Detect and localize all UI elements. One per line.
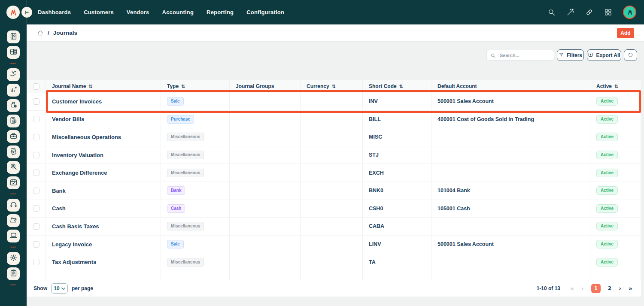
active-cell: Active bbox=[590, 182, 641, 200]
sidebar-accounting-kanban-button[interactable] bbox=[7, 46, 20, 59]
sidebar-clipboard-calculator-button[interactable] bbox=[7, 115, 20, 127]
sort-icon[interactable]: ⇅ bbox=[88, 84, 92, 89]
magic-wand-icon[interactable] bbox=[566, 8, 574, 16]
prev-page-button[interactable]: ‹ bbox=[581, 285, 584, 292]
sidebar-divider-dots: ••• bbox=[10, 245, 16, 251]
page-size-select[interactable]: 10 bbox=[51, 283, 68, 294]
search-icon bbox=[490, 52, 496, 58]
nav-dashboards[interactable]: Dashboards bbox=[38, 9, 71, 15]
headset-icon bbox=[9, 200, 18, 210]
journal-name-cell: Inventory Valuation bbox=[46, 146, 161, 164]
sidebar-folder-edit-button[interactable] bbox=[7, 214, 20, 227]
row-checkbox[interactable] bbox=[33, 241, 39, 248]
column-header-short-code[interactable]: Short Code⇅ bbox=[363, 80, 431, 93]
row-checkbox[interactable] bbox=[33, 223, 39, 230]
search-box bbox=[486, 50, 554, 61]
column-header-currency[interactable]: Currency⇅ bbox=[301, 80, 363, 93]
sidebar-scale-add-button[interactable] bbox=[7, 99, 20, 112]
show-label: Show bbox=[33, 285, 47, 291]
next-page-button[interactable]: › bbox=[619, 285, 621, 292]
table-row[interactable]: CashCashCSH0105001 CashActive bbox=[27, 200, 641, 218]
sort-icon[interactable]: ⇅ bbox=[181, 84, 185, 89]
nav-reporting[interactable]: Reporting bbox=[207, 9, 234, 15]
table-row[interactable]: Vendor BillsPurchaseBILL400001 Cost of G… bbox=[27, 111, 641, 129]
search-input[interactable] bbox=[486, 50, 554, 61]
table-row[interactable]: Customer InvoicesSaleINV500001 Sales Acc… bbox=[27, 93, 641, 111]
type-cell: Miscellaneous bbox=[161, 146, 230, 164]
type-cell: Miscellaneous bbox=[161, 128, 230, 146]
column-header-journal-name[interactable]: Journal Name⇅ bbox=[46, 80, 161, 93]
type-badge: Miscellaneous bbox=[167, 258, 204, 267]
nav-accounting[interactable]: Accounting bbox=[162, 9, 194, 15]
type-badge: Miscellaneous bbox=[167, 151, 204, 159]
journal-name-cell: Vendor Bills bbox=[46, 111, 161, 128]
sort-icon[interactable]: ⇅ bbox=[614, 84, 618, 89]
nav-vendors[interactable]: Vendors bbox=[127, 9, 149, 15]
sidebar-hand-payment-button[interactable] bbox=[7, 68, 20, 81]
journal-groups-cell bbox=[230, 218, 301, 235]
hand-payment-icon bbox=[9, 70, 18, 80]
topbar-actions bbox=[547, 0, 636, 24]
table-row[interactable]: Tax AdjustmentsMiscellaneousTAActive bbox=[27, 253, 641, 271]
sidebar-journal-entries-button[interactable] bbox=[7, 30, 20, 43]
sidebar-briefcase-button[interactable] bbox=[7, 130, 20, 143]
home-icon[interactable] bbox=[37, 30, 44, 36]
column-header-type[interactable]: Type⇅ bbox=[161, 80, 230, 93]
folder-edit-icon bbox=[9, 216, 18, 226]
table-row[interactable]: Inventory ValuationMiscellaneousSTJActiv… bbox=[27, 146, 641, 164]
row-checkbox[interactable] bbox=[33, 116, 39, 122]
sidebar-gear-button[interactable] bbox=[7, 252, 20, 265]
table-row[interactable]: Legacy InvoiceSaleLINV500001 Sales Accou… bbox=[27, 236, 641, 254]
nav-configuration[interactable]: Configuration bbox=[246, 9, 284, 15]
laptop-icon bbox=[9, 231, 18, 241]
table-row[interactable]: BankBankBNK0101004 BankActive bbox=[27, 182, 641, 200]
row-checkbox[interactable] bbox=[33, 98, 39, 105]
export-all-button[interactable]: Export All bbox=[587, 49, 621, 61]
apps-grid-icon[interactable] bbox=[604, 8, 612, 16]
last-page-button[interactable]: » bbox=[629, 285, 632, 292]
row-checkbox[interactable] bbox=[33, 259, 39, 265]
first-page-button[interactable]: « bbox=[570, 285, 574, 292]
active-cell: Active bbox=[590, 146, 641, 164]
table-row[interactable]: Cash Basis TaxesMiscellaneousCABAActive bbox=[27, 218, 641, 236]
column-header-active[interactable]: Active⇅ bbox=[590, 80, 641, 93]
table-row[interactable]: Miscellaneous OperationsMiscellaneousMIS… bbox=[27, 128, 641, 146]
clipboard-list-icon bbox=[9, 269, 18, 279]
pill-icon[interactable] bbox=[585, 8, 593, 16]
table-row[interactable]: Exchange DifferenceMiscellaneousEXCHActi… bbox=[27, 164, 641, 182]
filters-button[interactable]: Filters bbox=[557, 49, 584, 61]
page-1-button[interactable]: 1 bbox=[591, 284, 601, 293]
sidebar-calculator-pen-button[interactable] bbox=[7, 145, 20, 158]
analytics-chart-icon bbox=[9, 85, 18, 95]
pagination-controls: 1-10 of 13 «‹12›» bbox=[537, 284, 632, 293]
sidebar-headset-button[interactable] bbox=[7, 199, 20, 212]
sort-icon[interactable]: ⇅ bbox=[332, 84, 336, 89]
active-badge: Active bbox=[596, 222, 618, 230]
add-button[interactable]: Add bbox=[617, 28, 634, 38]
sidebar-analytics-chart-button[interactable] bbox=[7, 84, 20, 97]
select-all-checkbox[interactable] bbox=[33, 83, 39, 90]
sidebar-search-person-button[interactable] bbox=[7, 161, 20, 174]
row-checkbox[interactable] bbox=[33, 205, 39, 212]
row-checkbox[interactable] bbox=[33, 134, 39, 140]
row-checkbox[interactable] bbox=[33, 188, 39, 194]
page-2-button[interactable]: 2 bbox=[608, 285, 611, 291]
filter-funnel-icon bbox=[559, 52, 564, 59]
row-checkbox[interactable] bbox=[33, 170, 39, 176]
accounting-kanban-icon bbox=[9, 48, 18, 58]
sidebar-collapse-button[interactable] bbox=[21, 7, 32, 18]
sidebar-calendar-check-button[interactable] bbox=[7, 176, 20, 189]
nav-customers[interactable]: Customers bbox=[84, 9, 114, 15]
sidebar-laptop-button[interactable] bbox=[7, 230, 20, 242]
type-cell: Purchase bbox=[161, 111, 230, 128]
sidebar-clipboard-list-button[interactable] bbox=[7, 267, 20, 280]
active-badge: Active bbox=[596, 115, 618, 124]
app-logo[interactable] bbox=[6, 6, 20, 19]
sync-button[interactable] bbox=[624, 49, 637, 61]
sort-icon[interactable]: ⇅ bbox=[399, 84, 403, 89]
user-avatar[interactable] bbox=[623, 6, 636, 19]
row-checkbox[interactable] bbox=[33, 152, 39, 158]
range-text: 1-10 of 13 bbox=[537, 285, 560, 291]
scale-add-icon bbox=[9, 101, 18, 111]
search-icon[interactable] bbox=[547, 8, 556, 16]
